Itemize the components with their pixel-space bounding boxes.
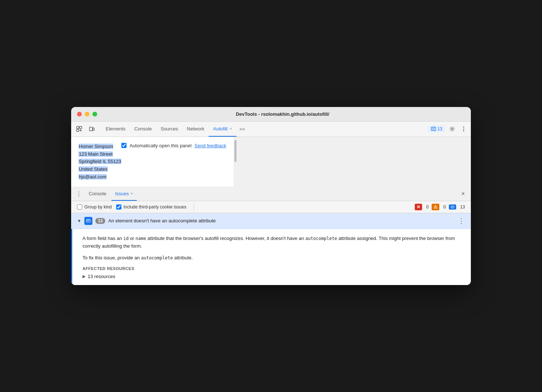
close-button[interactable] xyxy=(77,112,82,117)
tab-elements-label: Elements xyxy=(106,126,125,132)
issues-more-button[interactable]: ⋮ xyxy=(74,189,84,199)
tab-autofill-close[interactable]: × xyxy=(230,126,232,131)
send-feedback-link[interactable]: Send feedback xyxy=(194,143,226,148)
address-country: United States xyxy=(78,166,108,172)
issue-icon xyxy=(84,217,92,225)
more-tabs-button[interactable]: >> xyxy=(237,122,248,137)
error-count: 0 xyxy=(426,204,429,210)
tab-network-label: Network xyxy=(187,126,205,132)
info-badge xyxy=(449,204,456,210)
tab-console[interactable]: Console xyxy=(130,122,156,137)
issues-filter-bar: Group by kind Include third-party cookie… xyxy=(71,201,471,213)
svg-rect-11 xyxy=(451,206,454,208)
issues-toolbar: ⋮ Console Issues × × xyxy=(71,187,471,201)
autofill-scroll: Homer Simpson 123 Main Street Springfiel… xyxy=(71,137,471,187)
third-party-filter: Include third-party cookie issues xyxy=(116,204,186,210)
autofill-address: Homer Simpson 123 Main Street Springfiel… xyxy=(78,143,121,181)
devtools-window: DevTools - rsolomakhin.github.io/autofil… xyxy=(71,107,471,285)
tab-autofill[interactable]: Autofill × xyxy=(209,122,236,137)
issue-more-button[interactable]: ⋮ xyxy=(458,217,465,225)
third-party-label: Include third-party cookie issues xyxy=(124,204,186,210)
issues-tab-console[interactable]: Console xyxy=(85,187,110,201)
resources-arrow-icon: ▶ xyxy=(83,274,85,279)
svg-rect-6 xyxy=(93,128,94,130)
autofill-scrollbar-thumb xyxy=(234,140,237,162)
error-badge: ✕ xyxy=(415,204,422,210)
issue-title: An element doesn't have an autocomplete … xyxy=(108,218,455,223)
issues-panel: ⋮ Console Issues × × Group by kind xyxy=(71,187,471,285)
warning-badge: ⚠ xyxy=(432,204,439,210)
affected-resources-label: AFFECTED RESOURCES xyxy=(83,266,464,271)
issues-console-label: Console xyxy=(89,191,106,196)
filter-divider xyxy=(194,203,194,211)
more-options-button[interactable]: ⋮ xyxy=(459,123,468,134)
tab-console-label: Console xyxy=(134,126,152,132)
issues-tab-issues[interactable]: Issues × xyxy=(111,187,137,201)
issue-fix-text: To fix this issue, provide an autocomple… xyxy=(83,254,464,262)
tab-elements[interactable]: Elements xyxy=(101,122,130,137)
issue-detail: A form field has an id or name attribute… xyxy=(71,229,471,285)
auto-open-checkbox[interactable] xyxy=(121,143,127,148)
group-by-kind-filter: Group by kind xyxy=(77,204,112,210)
main-content: Homer Simpson 123 Main Street Springfiel… xyxy=(71,137,471,285)
issue-row[interactable]: ▼ 13 An element doesn't have an autocomp… xyxy=(71,213,471,229)
resources-toggle[interactable]: ▶ 13 resources xyxy=(83,274,464,279)
address-city-state: Springfield IL 55123 xyxy=(78,159,121,164)
svg-point-10 xyxy=(451,128,453,130)
issues-panel-close[interactable]: × xyxy=(458,189,468,199)
autofill-panel: Homer Simpson 123 Main Street Springfiel… xyxy=(71,137,234,187)
autofill-options: Automatically open this panel Send feedb… xyxy=(121,143,226,148)
devtools-toolbar: Elements Console Sources Network Autofil… xyxy=(71,122,471,137)
maximize-button[interactable] xyxy=(92,112,97,117)
svg-rect-0 xyxy=(77,126,79,129)
issues-label: Issues xyxy=(115,191,129,196)
address-name: Homer Simpson xyxy=(78,144,113,149)
group-by-kind-checkbox[interactable] xyxy=(77,204,82,210)
svg-rect-1 xyxy=(77,129,79,132)
traffic-lights xyxy=(77,112,97,117)
titlebar: DevTools - rsolomakhin.github.io/autofil… xyxy=(71,107,471,122)
device-toolbar-icon[interactable] xyxy=(87,124,97,134)
tab-autofill-label: Autofill xyxy=(213,126,227,132)
info-count: 13 xyxy=(460,204,465,210)
inspector-icon[interactable] xyxy=(74,124,84,134)
svg-rect-7 xyxy=(431,127,436,130)
resources-count: 13 resources xyxy=(88,274,115,279)
tab-sources-label: Sources xyxy=(161,126,178,132)
issues-count: 13 xyxy=(437,126,442,132)
address-street: 123 Main Street xyxy=(78,151,113,157)
group-by-kind-label: Group by kind xyxy=(84,204,112,210)
third-party-checkbox[interactable] xyxy=(116,204,121,210)
svg-rect-2 xyxy=(80,126,82,129)
tab-sources[interactable]: Sources xyxy=(156,122,183,137)
svg-rect-5 xyxy=(89,127,92,131)
settings-button[interactable] xyxy=(447,123,458,134)
toolbar-icons xyxy=(74,122,97,137)
issues-count-button[interactable]: 13 xyxy=(428,125,445,133)
issue-description: A form field has an id or name attribute… xyxy=(83,235,464,250)
autofill-content: Homer Simpson 123 Main Street Springfiel… xyxy=(78,143,121,181)
tab-network[interactable]: Network xyxy=(183,122,209,137)
autofill-scrollbar[interactable] xyxy=(234,137,237,187)
warning-count: 0 xyxy=(443,204,446,210)
auto-open-label: Automatically open this panel xyxy=(129,143,191,148)
more-tabs-label: >> xyxy=(239,126,245,132)
issues-tab-close[interactable]: × xyxy=(131,191,133,196)
issue-count-badge: 13 xyxy=(95,218,105,224)
issue-toggle-arrow[interactable]: ▼ xyxy=(77,218,81,223)
minimize-button[interactable] xyxy=(85,112,89,117)
window-title: DevTools - rsolomakhin.github.io/autofil… xyxy=(100,111,465,117)
address-email: hjs@aol.com xyxy=(78,174,107,180)
filter-counts: ✕ 0 ⚠ 0 13 xyxy=(415,204,465,210)
toolbar-right: 13 ⋮ xyxy=(428,122,468,137)
